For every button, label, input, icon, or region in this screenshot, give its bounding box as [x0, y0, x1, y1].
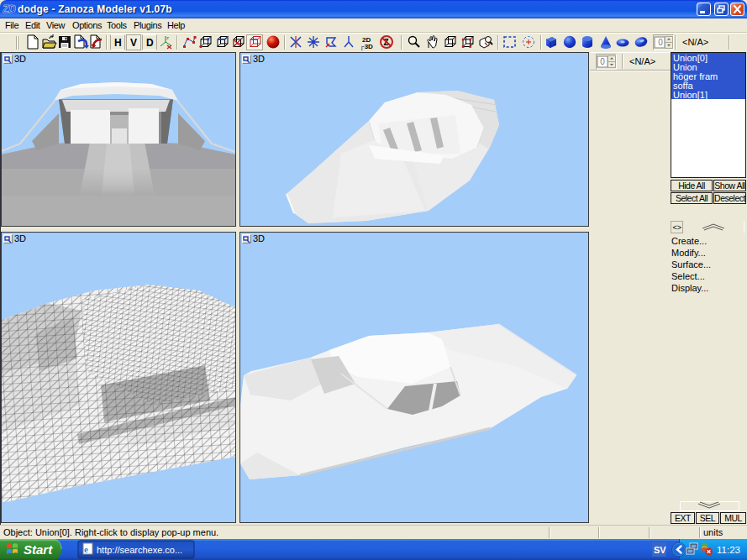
svg-text:┌3D: ┌3D — [360, 43, 373, 51]
svg-text:SV: SV — [654, 545, 666, 555]
svg-text:11:23: 11:23 — [717, 545, 740, 555]
svg-text:0: 0 — [658, 38, 663, 47]
svg-text:0: 0 — [600, 57, 605, 66]
svg-text:D: D — [146, 37, 154, 49]
svg-text:e: e — [84, 544, 88, 554]
svg-text:z: z — [166, 35, 169, 40]
svg-text:Start: Start — [24, 542, 53, 557]
svg-text:V: V — [130, 37, 137, 49]
svg-text:ZD: ZD — [3, 3, 16, 15]
svg-text:<N/A>: <N/A> — [682, 37, 708, 47]
svg-text:http://searchexe.co...: http://searchexe.co... — [97, 545, 182, 555]
svg-text:<>: <> — [673, 223, 682, 232]
svg-text:H: H — [114, 37, 122, 49]
svg-text:<N/A>: <N/A> — [629, 56, 655, 66]
